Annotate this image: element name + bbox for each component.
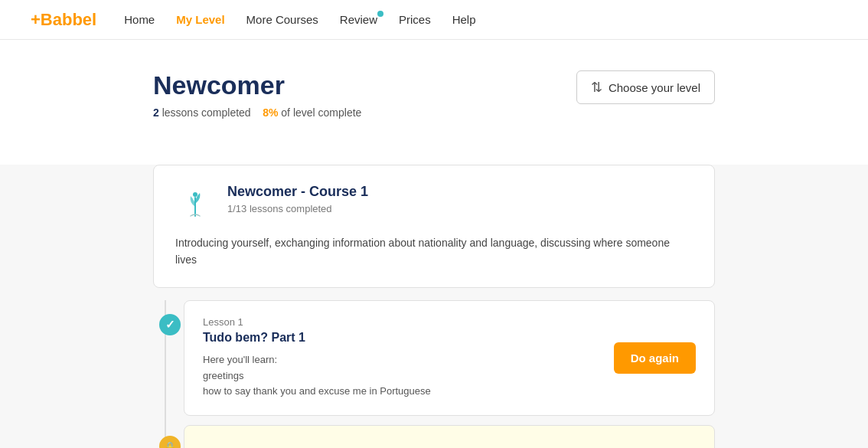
review-notification-dot [377, 11, 383, 17]
nav-my-level[interactable]: My Level [176, 13, 224, 26]
lesson-1-wrapper: ✓ Lesson 1 Tudo bem? Part 1 Here you'll … [184, 300, 715, 416]
lesson-item-1: greetings [203, 370, 243, 381]
course-icon [175, 184, 215, 224]
check-icon: ✓ [165, 318, 175, 332]
choose-level-button[interactable]: ⇅ Choose your level [576, 70, 715, 104]
nav-prices[interactable]: Prices [399, 13, 431, 26]
content-area: Newcomer - Course 1 1/13 lessons complet… [0, 165, 868, 448]
lesson-title: Tudo bem? Part 1 [203, 331, 596, 345]
navbar: +Babbel Home My Level More Courses Revie… [0, 0, 868, 40]
nav-links: Home My Level More Courses Review Prices… [124, 13, 475, 26]
lesson-1-card: Lesson 1 Tudo bem? Part 1 Here you'll le… [184, 300, 715, 416]
header-stats: 2 lessons completed 8% of level complete [153, 106, 361, 119]
locked-node: 🔒 [159, 436, 181, 448]
nav-more-courses[interactable]: More Courses [246, 13, 318, 26]
percent-label: of level complete [281, 106, 361, 119]
course-card: Newcomer - Course 1 1/13 lessons complet… [153, 165, 715, 288]
nav-review-wrapper: Review [340, 13, 377, 26]
page-title: Newcomer [153, 70, 361, 100]
main-content: Newcomer 2 lessons completed 8% of level… [0, 40, 868, 165]
course-title: Newcomer - Course 1 [227, 184, 368, 200]
percent-complete: 8% [263, 106, 278, 119]
learn-label: Here you'll learn: [203, 354, 277, 365]
lessons-label: lessons completed [162, 106, 251, 119]
nav-home[interactable]: Home [124, 13, 155, 26]
do-again-button[interactable]: Do again [614, 342, 696, 374]
lock-icon: 🔒 [164, 441, 176, 448]
locked-lesson-wrapper: 🔒 [184, 425, 715, 448]
lesson-item-2: how to say thank you and excuse me in Po… [203, 385, 431, 397]
nav-review[interactable]: Review [340, 13, 377, 26]
lesson-card-left: Lesson 1 Tudo bem? Part 1 Here you'll le… [203, 316, 596, 400]
lesson-number: Lesson 1 [203, 316, 596, 328]
locked-lesson-card [184, 425, 715, 448]
course-header: Newcomer - Course 1 1/13 lessons complet… [175, 184, 693, 224]
svg-point-1 [193, 192, 197, 197]
header-left: Newcomer 2 lessons completed 8% of level… [153, 70, 361, 119]
logo[interactable]: +Babbel [31, 10, 96, 30]
lessons-completed-count: 2 [153, 106, 159, 119]
timeline-area: ✓ Lesson 1 Tudo bem? Part 1 Here you'll … [153, 300, 715, 448]
header-row: Newcomer 2 lessons completed 8% of level… [153, 70, 715, 119]
course-info: Newcomer - Course 1 1/13 lessons complet… [227, 184, 368, 214]
nav-help[interactable]: Help [452, 13, 476, 26]
swap-icon: ⇅ [591, 79, 602, 96]
lesson-description: Here you'll learn: greetings how to say … [203, 352, 596, 400]
course-lessons-progress: 1/13 lessons completed [227, 203, 368, 214]
choose-level-label: Choose your level [609, 81, 700, 94]
lesson-1-check-node: ✓ [159, 314, 181, 335]
course-description: Introducing yourself, exchanging informa… [175, 234, 693, 269]
plant-icon [177, 185, 214, 222]
